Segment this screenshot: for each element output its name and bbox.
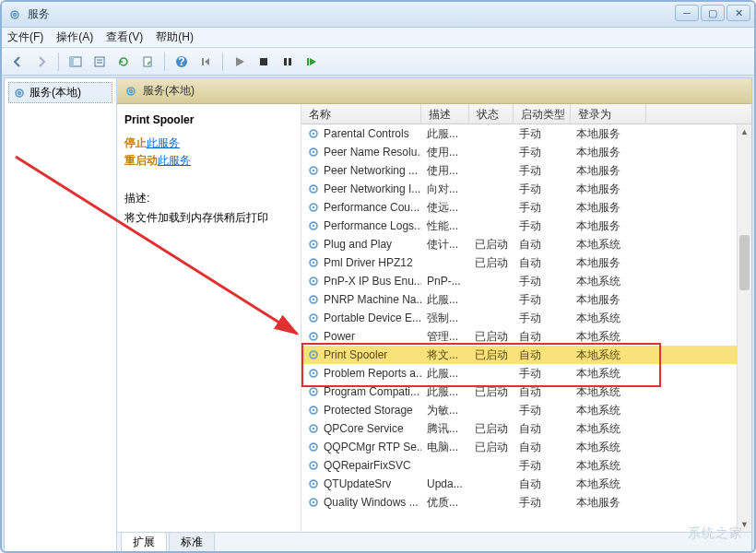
service-row[interactable]: QTUpdateSrvUpda...自动本地系统 bbox=[301, 475, 751, 493]
content-header-label: 服务(本地) bbox=[143, 83, 195, 99]
refresh-button[interactable] bbox=[113, 52, 134, 72]
menu-help[interactable]: 帮助(H) bbox=[156, 29, 194, 45]
tab-standard[interactable]: 标准 bbox=[169, 532, 215, 552]
cell-status: 已启动 bbox=[469, 440, 514, 455]
cell-start: 手动 bbox=[514, 495, 571, 511]
toolbar-sep bbox=[222, 53, 223, 71]
service-row[interactable]: Portable Device E...强制...手动本地系统 bbox=[301, 309, 751, 327]
pause-service-button[interactable] bbox=[278, 52, 298, 72]
svg-point-16 bbox=[18, 91, 21, 94]
service-row[interactable]: QPCore Service腾讯...已启动自动本地系统 bbox=[301, 419, 751, 438]
cell-logon: 本地服务 bbox=[571, 495, 646, 511]
cell-start: 自动 bbox=[514, 477, 571, 492]
cell-desc: 腾讯... bbox=[421, 421, 469, 437]
service-row[interactable]: QQRepairFixSVC手动本地系统 bbox=[301, 456, 751, 475]
close-button[interactable]: ✕ bbox=[726, 5, 750, 21]
show-hide-button[interactable] bbox=[65, 52, 86, 72]
cell-logon: 本地系统 bbox=[571, 311, 646, 326]
menu-view[interactable]: 查看(V) bbox=[106, 29, 143, 45]
toolbar-sep bbox=[58, 53, 59, 71]
svg-point-30 bbox=[313, 225, 315, 228]
scroll-thumb[interactable] bbox=[739, 235, 750, 290]
minimize-button[interactable]: ─ bbox=[675, 5, 699, 21]
stop-link[interactable]: 此服务 bbox=[147, 136, 180, 149]
service-row[interactable]: Pml Driver HPZ12已启动自动本地服务 bbox=[301, 253, 751, 272]
svg-point-38 bbox=[313, 299, 315, 301]
service-row[interactable]: Quality Windows ...优质...手动本地服务 bbox=[301, 493, 751, 512]
col-header-desc[interactable]: 描述 bbox=[421, 104, 469, 124]
toolbar: ? bbox=[2, 48, 754, 76]
cell-name: Power bbox=[301, 330, 421, 343]
scroll-up-icon[interactable]: ▲ bbox=[738, 124, 751, 139]
cell-start: 自动 bbox=[514, 440, 571, 455]
scroll-down-icon[interactable]: ▼ bbox=[738, 517, 751, 532]
cell-name: Pml Driver HPZ12 bbox=[301, 256, 421, 269]
cell-name: Parental Controls bbox=[301, 127, 421, 140]
prev-button[interactable] bbox=[195, 52, 216, 72]
svg-rect-13 bbox=[289, 58, 291, 65]
menu-file[interactable]: 文件(F) bbox=[7, 29, 43, 45]
service-row[interactable]: Protected Storage为敏...手动本地系统 bbox=[301, 401, 751, 419]
cell-name: QQRepairFixSVC bbox=[301, 459, 421, 472]
service-row[interactable]: Plug and Play使计...已启动自动本地系统 bbox=[301, 235, 751, 253]
scrollbar[interactable]: ▲ ▼ bbox=[737, 124, 751, 532]
col-header-logon[interactable]: 登录为 bbox=[571, 104, 646, 124]
cell-status: 已启动 bbox=[469, 329, 514, 345]
service-row[interactable]: Peer Networking ...使用...手动本地服务 bbox=[301, 161, 751, 180]
service-row[interactable]: Program Compati...此服...已启动自动本地系统 bbox=[301, 382, 751, 401]
svg-point-24 bbox=[313, 170, 315, 172]
restart-link[interactable]: 此服务 bbox=[158, 154, 191, 167]
list-rows[interactable]: Parental Controls此服...手动本地服务Peer Name Re… bbox=[301, 124, 751, 532]
cell-start: 手动 bbox=[514, 200, 571, 216]
desc-label: 描述: bbox=[124, 191, 293, 206]
content-body: Print Spooler 停止此服务 重启动此服务 描述: 将文件加载到内存供… bbox=[117, 104, 751, 532]
maximize-button[interactable]: ▢ bbox=[701, 5, 725, 21]
service-row[interactable]: Peer Name Resolu...使用...手动本地服务 bbox=[301, 143, 751, 161]
svg-point-56 bbox=[313, 465, 315, 467]
cell-name: QPCore Service bbox=[301, 422, 421, 435]
service-row[interactable]: PnP-X IP Bus Enu...PnP-...手动本地系统 bbox=[301, 272, 751, 290]
cell-start: 自动 bbox=[514, 255, 571, 271]
cell-name: PnP-X IP Bus Enu... bbox=[301, 275, 421, 288]
cell-logon: 本地系统 bbox=[571, 237, 646, 253]
cell-name: Peer Name Resolu... bbox=[301, 146, 421, 159]
menu-action[interactable]: 操作(A) bbox=[56, 29, 93, 45]
service-row[interactable]: Peer Networking I...向对...手动本地服务 bbox=[301, 180, 751, 198]
svg-rect-10 bbox=[202, 58, 204, 65]
stop-prefix: 停止 bbox=[124, 136, 147, 149]
stop-link-line: 停止此服务 bbox=[124, 135, 293, 151]
service-row[interactable]: Print Spooler将文...已启动自动本地系统 bbox=[301, 346, 751, 364]
svg-rect-4 bbox=[95, 57, 104, 66]
cell-name: QTUpdateSrv bbox=[301, 477, 421, 490]
forward-button[interactable] bbox=[31, 52, 52, 72]
service-row[interactable]: Parental Controls此服...手动本地服务 bbox=[301, 124, 751, 143]
col-header-status[interactable]: 状态 bbox=[469, 104, 514, 124]
col-header-start[interactable]: 启动类型 bbox=[514, 104, 571, 124]
cell-logon: 本地服务 bbox=[571, 145, 646, 160]
tab-extended[interactable]: 扩展 bbox=[121, 532, 167, 552]
tree-root-services[interactable]: 服务(本地) bbox=[8, 82, 112, 103]
restart-service-button[interactable] bbox=[301, 52, 322, 72]
service-row[interactable]: PNRP Machine Na...此服...手动本地服务 bbox=[301, 290, 751, 309]
col-header-name[interactable]: 名称 bbox=[301, 104, 421, 124]
back-button[interactable] bbox=[7, 52, 28, 72]
properties-button[interactable] bbox=[89, 52, 110, 72]
desc-text: 将文件加载到内存供稍后打印 bbox=[124, 210, 293, 226]
menubar: 文件(F) 操作(A) 查看(V) 帮助(H) bbox=[2, 28, 754, 48]
export-button[interactable] bbox=[137, 52, 158, 72]
help-button[interactable]: ? bbox=[171, 52, 192, 72]
svg-point-15 bbox=[16, 89, 23, 97]
service-row[interactable]: Performance Cou...使远...手动本地服务 bbox=[301, 198, 751, 217]
cell-logon: 本地服务 bbox=[571, 126, 646, 142]
cell-desc: 为敏... bbox=[421, 403, 469, 418]
start-service-button[interactable] bbox=[230, 52, 250, 72]
stop-service-button[interactable] bbox=[254, 52, 274, 72]
service-row[interactable]: Problem Reports a...此服...手动本地系统 bbox=[301, 364, 751, 382]
service-row[interactable]: Performance Logs...性能...手动本地服务 bbox=[301, 217, 751, 235]
service-row[interactable]: Power管理...已启动自动本地系统 bbox=[301, 327, 751, 346]
service-row[interactable]: QQPCMgr RTP Se...电脑...已启动自动本地系统 bbox=[301, 438, 751, 456]
cell-name: PNRP Machine Na... bbox=[301, 293, 421, 306]
cell-logon: 本地系统 bbox=[571, 477, 646, 492]
cell-start: 手动 bbox=[514, 274, 571, 289]
svg-point-44 bbox=[313, 354, 315, 357]
